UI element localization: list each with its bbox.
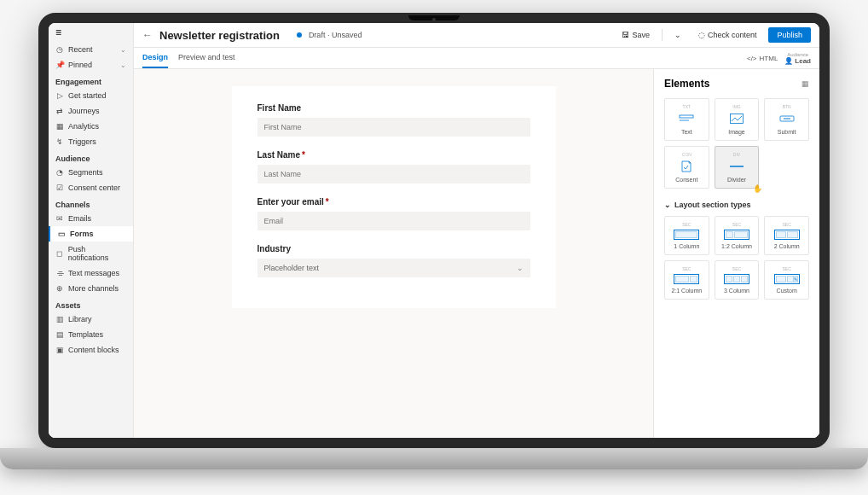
elements-title: Elements <box>664 78 709 90</box>
publish-button[interactable]: Publish <box>768 27 811 43</box>
check-content-button[interactable]: ◌Check content <box>693 28 762 42</box>
industry-label: Industry <box>258 244 530 253</box>
nav-segments[interactable]: ◔Segments <box>49 165 133 180</box>
nav-more-channels[interactable]: ⊕More channels <box>49 281 133 296</box>
nav-recent[interactable]: ◷Recent ⌄ <box>49 42 133 57</box>
mail-icon: ✉ <box>55 214 64 223</box>
nav-forms[interactable]: ▭Forms <box>49 226 133 242</box>
form-canvas[interactable]: First Name Last Name* Enter your email* … <box>134 69 653 438</box>
elements-panel: Elements ▦ txt Text img Image b <box>653 69 819 438</box>
layout-2col[interactable]: sec2 Column <box>764 216 809 255</box>
chevron-down-icon: ⌄ <box>517 264 524 272</box>
layout-1col[interactable]: sec1 Column <box>664 216 709 255</box>
divider-icon <box>719 160 755 173</box>
nav-push[interactable]: ◻Push notifications <box>49 242 133 265</box>
grid-view-icon[interactable]: ▦ <box>801 79 809 88</box>
element-divider[interactable]: div Divider ✋ <box>715 146 760 189</box>
save-button[interactable]: 🖫Save <box>616 28 655 42</box>
pin-icon: 📌 <box>55 61 64 69</box>
industry-select[interactable]: Placeholder text ⌄ <box>258 259 530 277</box>
bolt-icon: ↯ <box>55 137 64 146</box>
person-icon: 👤 <box>784 58 793 65</box>
layout-1-2col[interactable]: sec1:2 Column <box>715 216 760 255</box>
blocks-icon: ▣ <box>55 346 64 354</box>
image-icon <box>719 112 755 125</box>
tab-preview[interactable]: Preview and test <box>178 48 235 68</box>
play-icon: ▷ <box>55 91 64 100</box>
nav-content-blocks[interactable]: ▣Content blocks <box>49 342 133 358</box>
save-dropdown[interactable]: ⌄ <box>669 28 686 42</box>
segment-icon: ◔ <box>55 168 64 177</box>
button-icon <box>768 112 805 125</box>
clock-icon: ◷ <box>55 45 64 54</box>
nav-triggers[interactable]: ↯Triggers <box>49 134 133 149</box>
check-icon: ◌ <box>698 31 705 39</box>
first-name-input[interactable] <box>258 118 530 137</box>
chevron-down-icon: ⌄ <box>120 61 126 69</box>
svg-rect-2 <box>730 114 743 124</box>
email-input[interactable] <box>258 212 530 230</box>
chevron-down-icon: ⌄ <box>674 31 681 39</box>
nav-library[interactable]: ▥Library <box>49 312 133 327</box>
element-text[interactable]: txt Text <box>664 98 709 141</box>
email-label: Enter your email* <box>258 197 530 207</box>
chevron-down-icon: ⌄ <box>664 201 671 209</box>
element-image[interactable]: img Image <box>715 98 760 141</box>
tab-design[interactable]: Design <box>142 48 168 68</box>
text-icon <box>668 112 705 125</box>
layout-3col[interactable]: sec3 Column <box>715 260 760 300</box>
nav-text-messages[interactable]: ⌯Text messages <box>49 265 133 281</box>
page-header: ← Newsletter registration Draft · Unsave… <box>134 23 819 48</box>
status-dot <box>297 32 302 38</box>
more-icon: ⊕ <box>55 284 64 293</box>
nav-get-started[interactable]: ▷Get started <box>49 88 133 103</box>
audience-chip[interactable]: Audience 👤Lead <box>784 52 811 65</box>
page-title: Newsletter registration <box>159 29 280 42</box>
section-engagement: Engagement <box>49 73 133 88</box>
bell-icon: ◻ <box>55 249 64 258</box>
consent-icon <box>668 160 705 173</box>
sidebar: ≡ ◷Recent ⌄ 📌Pinned ⌄ Engagement ▷Get st… <box>49 23 134 438</box>
status-text: Draft · Unsaved <box>309 31 362 39</box>
element-consent[interactable]: con Consent <box>664 146 709 189</box>
last-name-label: Last Name* <box>258 150 530 160</box>
shield-icon: ☑ <box>55 183 64 192</box>
chevron-down-icon: ⌄ <box>120 46 126 54</box>
nav-pinned[interactable]: 📌Pinned ⌄ <box>49 57 133 73</box>
chart-icon: ▦ <box>55 122 64 131</box>
first-name-label: First Name <box>258 103 530 113</box>
back-arrow-icon[interactable]: ← <box>142 29 153 41</box>
layouts-toggle[interactable]: ⌄ Layout section types <box>664 201 809 209</box>
cursor-icon: ✋ <box>753 184 761 193</box>
nav-emails[interactable]: ✉Emails <box>49 211 133 226</box>
nav-analytics[interactable]: ▦Analytics <box>49 119 133 134</box>
svg-rect-0 <box>680 115 693 118</box>
section-assets: Assets <box>49 296 133 312</box>
section-audience: Audience <box>49 149 133 165</box>
sms-icon: ⌯ <box>55 269 64 277</box>
layout-2-1col[interactable]: sec2:1 Column <box>664 260 709 300</box>
last-name-input[interactable] <box>258 165 530 183</box>
hamburger-icon[interactable]: ≡ <box>49 23 133 42</box>
library-icon: ▥ <box>55 315 64 323</box>
code-icon: </> <box>747 55 757 62</box>
tab-bar: Design Preview and test </>HTML Audience… <box>134 48 819 69</box>
nav-templates[interactable]: ▤Templates <box>49 327 133 342</box>
nav-consent-center[interactable]: ☑Consent center <box>49 180 133 195</box>
layout-custom[interactable]: sec✎Custom <box>764 260 809 300</box>
html-toggle[interactable]: </>HTML <box>747 55 778 62</box>
section-channels: Channels <box>49 195 133 211</box>
save-icon: 🖫 <box>622 31 629 39</box>
element-submit[interactable]: btn Submit <box>764 98 809 141</box>
route-icon: ⇄ <box>55 107 64 115</box>
form-icon: ▭ <box>57 230 66 238</box>
template-icon: ▤ <box>55 330 64 339</box>
nav-journeys[interactable]: ⇄Journeys <box>49 103 133 119</box>
